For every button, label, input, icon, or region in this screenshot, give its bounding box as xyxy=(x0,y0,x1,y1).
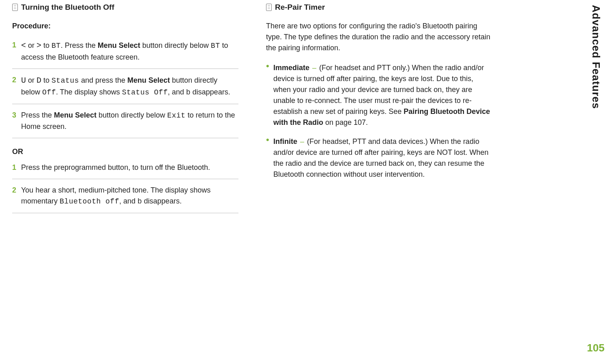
page-number: 105 xyxy=(587,342,604,354)
text: and press the xyxy=(79,76,127,84)
step-a1: < or > to BT. Press the Menu Select butt… xyxy=(12,38,238,69)
document-icon xyxy=(266,4,272,11)
page: Turning the Bluetooth Off Procedure: < o… xyxy=(0,0,614,364)
left-column: Turning the Bluetooth Off Procedure: < o… xyxy=(6,2,245,360)
text: button directly below xyxy=(140,41,211,49)
code-bt-off: Bluetooth off xyxy=(60,197,119,206)
steps-list-a: < or > to BT. Press the Menu Select butt… xyxy=(12,38,238,138)
step-b1: Press the preprogrammed button, to turn … xyxy=(12,161,238,179)
bluetooth-symbol: b xyxy=(137,197,142,206)
nav-left-key: < xyxy=(21,41,26,50)
menu-select-label: Menu Select xyxy=(54,111,97,119)
or-label: OR xyxy=(12,146,238,157)
text: Press the preprogrammed button, to turn … xyxy=(21,163,210,171)
text: on xyxy=(323,118,335,126)
text: disappears. xyxy=(142,197,182,205)
text: Press the xyxy=(21,111,54,119)
text: . xyxy=(366,118,368,126)
menu-select-label: Menu Select xyxy=(127,76,170,84)
dash: – xyxy=(309,64,319,72)
intro-paragraph: There are two options for configuring th… xyxy=(266,21,492,54)
step-b2: You hear a short, medium-pitched tone. T… xyxy=(12,179,238,213)
text: , and xyxy=(168,88,186,96)
options-list: Immediate – (For headset and PTT only.) … xyxy=(266,61,492,186)
step-a2: U or D to Status and press the Menu Sele… xyxy=(12,69,238,104)
option-immediate: Immediate – (For headset and PTT only.) … xyxy=(266,61,492,135)
option-infinite: Infinite – (For headset, PTT and data de… xyxy=(266,135,492,186)
step-a3: Press the Menu Select button directly be… xyxy=(12,104,238,138)
code-status: Status xyxy=(52,77,79,85)
right-margin: Advanced Features 105 xyxy=(588,5,603,354)
text: button directly below xyxy=(97,111,167,119)
chapter-title: Advanced Features xyxy=(590,5,602,109)
code-bt: BT xyxy=(52,42,61,50)
down-key: D xyxy=(36,76,41,85)
steps-list-b: Press the preprogrammed button, to turn … xyxy=(12,161,238,213)
text: to xyxy=(41,76,52,84)
code-off: Off xyxy=(42,88,56,96)
option-title: Infinite xyxy=(273,137,297,146)
code-status-off: Status Off xyxy=(122,88,168,96)
left-heading: Turning the Bluetooth Off xyxy=(21,2,114,13)
code-bt2: BT xyxy=(211,42,220,50)
nav-right-key: > xyxy=(36,41,41,50)
procedure-label: Procedure: xyxy=(12,21,238,32)
option-title: Immediate xyxy=(273,64,309,72)
text: to xyxy=(41,41,52,49)
menu-select-label: Menu Select xyxy=(98,41,140,49)
right-heading: Re-Pair Timer xyxy=(275,2,325,13)
text: , and xyxy=(119,197,137,205)
text: . Press the xyxy=(61,41,98,49)
bluetooth-symbol: b xyxy=(186,88,191,96)
left-heading-row: Turning the Bluetooth Off xyxy=(12,2,238,13)
document-icon xyxy=(12,4,18,11)
right-heading-row: Re-Pair Timer xyxy=(266,2,492,13)
text: or xyxy=(26,41,36,49)
text: or xyxy=(26,76,36,84)
page-ref: page 107 xyxy=(335,118,366,126)
text: . The display shows xyxy=(56,88,122,96)
up-key: U xyxy=(21,76,26,85)
right-column: Re-Pair Timer There are two options for … xyxy=(260,2,499,360)
code-exit: Exit xyxy=(167,111,185,120)
dash: – xyxy=(297,137,307,146)
text: disappears. xyxy=(191,88,230,96)
